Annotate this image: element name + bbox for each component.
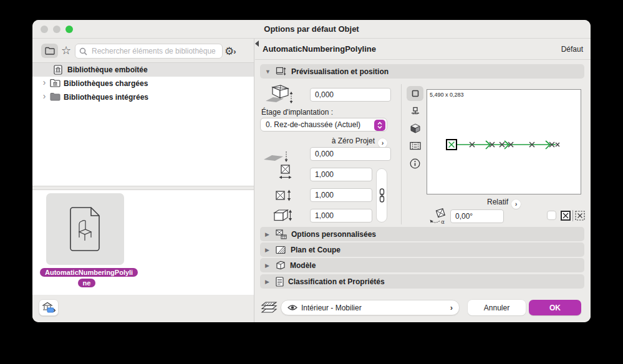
object-thumbnail[interactable] bbox=[46, 193, 124, 265]
height-input[interactable] bbox=[310, 188, 372, 202]
disclosure-closed-icon[interactable]: ▶ bbox=[265, 247, 271, 253]
disclosure-closed-icon[interactable]: ▶ bbox=[265, 279, 271, 285]
tree-item-label: Bibliothèque emboîtée bbox=[67, 65, 148, 74]
offset-input[interactable] bbox=[310, 147, 391, 161]
view-front-button[interactable] bbox=[407, 103, 423, 118]
front-view-icon bbox=[410, 107, 420, 115]
object-name: AutomaticNumberingPolyline bbox=[263, 44, 376, 54]
window-title: Options par défaut Objet bbox=[32, 24, 591, 34]
link-proportions-button[interactable] bbox=[376, 168, 387, 223]
numbering-polyline-preview bbox=[427, 90, 581, 194]
chevron-right-icon: › bbox=[450, 303, 453, 312]
zero-ref-label: à Zéro Projet bbox=[332, 136, 375, 145]
eye-icon bbox=[287, 304, 297, 311]
dialog-window: Options par défaut Objet ☆ ⚙› Bibliothèq… bbox=[32, 20, 591, 322]
section-preview-position[interactable]: ▼ Prévisualisation et position bbox=[260, 64, 584, 79]
search-input[interactable] bbox=[90, 46, 218, 56]
info-icon bbox=[410, 158, 420, 169]
disclosure-open-icon[interactable]: ▼ bbox=[265, 69, 271, 75]
depth-input[interactable] bbox=[310, 209, 372, 223]
anchor-solid-icon[interactable] bbox=[560, 210, 571, 221]
search-icon bbox=[79, 47, 87, 55]
relative-row: Relatif› bbox=[427, 198, 581, 209]
search-field[interactable] bbox=[75, 44, 223, 59]
anchor-dashed-icon[interactable] bbox=[574, 210, 586, 221]
depth-icon bbox=[273, 209, 292, 224]
collapse-sidebar-arrow-icon[interactable] bbox=[255, 41, 259, 47]
custom-settings-icon bbox=[276, 229, 287, 239]
bank-manager-icon bbox=[42, 302, 56, 314]
view-2d-symbol-button[interactable] bbox=[407, 86, 423, 101]
segment-divider bbox=[572, 210, 573, 221]
relative-label: Relatif bbox=[487, 198, 508, 206]
width-icon bbox=[279, 165, 292, 183]
favorites-star-icon[interactable]: ☆ bbox=[61, 43, 71, 58]
tree-item-builtin-libraries[interactable]: › Bibliothèques intégrées bbox=[32, 90, 254, 104]
tree-item-label: Bibliothèques chargées bbox=[64, 79, 148, 88]
layer-value: Intérieur - Mobilier bbox=[301, 304, 362, 312]
width-input[interactable] bbox=[310, 168, 372, 181]
library-manager-button[interactable] bbox=[39, 299, 59, 316]
home-story-value: 0. Rez-de-chaussée (Actuel) bbox=[266, 120, 360, 129]
folder-icon bbox=[45, 47, 55, 55]
folder-view-button[interactable] bbox=[41, 44, 58, 58]
folder-bank-icon bbox=[50, 79, 60, 89]
home-story-dropdown[interactable]: 0. Rez-de-chaussée (Actuel) bbox=[260, 118, 387, 132]
zero-ref-menu-button[interactable]: › bbox=[378, 138, 387, 148]
gsm-document-chair-icon bbox=[67, 206, 104, 253]
document-lines-icon bbox=[276, 277, 284, 287]
section-title: Options personnalisées bbox=[291, 230, 376, 239]
layer-dropdown[interactable]: Intérieur - Mobilier › bbox=[281, 300, 460, 315]
library-sidebar: ☆ ⚙› Bibliothèque emboîtée › Bibliothèqu… bbox=[32, 39, 254, 322]
plan-section-icon bbox=[276, 246, 286, 254]
disclosure-closed-icon[interactable]: ▶ bbox=[265, 262, 271, 269]
section-custom-settings[interactable]: ▶ Options personnalisées bbox=[260, 227, 584, 241]
vertical-divider bbox=[401, 84, 402, 224]
disclosure-closed-icon[interactable]: ▶ bbox=[265, 231, 271, 237]
section-title: Classification et Propriétés bbox=[288, 277, 385, 286]
cube-3d-icon bbox=[410, 123, 420, 133]
object-settings-panel: AutomaticNumberingPolyline Défaut ▼ Prév… bbox=[255, 39, 591, 322]
view-info-button[interactable] bbox=[407, 156, 423, 171]
svg-text:α: α bbox=[441, 219, 445, 224]
chain-link-icon bbox=[379, 188, 385, 203]
film-strip-icon bbox=[410, 141, 421, 150]
sidebar-divider bbox=[32, 186, 254, 190]
document-bank-icon bbox=[54, 65, 62, 77]
view-movie-button[interactable] bbox=[407, 138, 423, 153]
header-divider bbox=[255, 59, 591, 60]
ok-button[interactable]: OK bbox=[529, 300, 581, 315]
relative-menu-button[interactable]: › bbox=[511, 199, 521, 209]
elevation-to-story-icon bbox=[264, 84, 294, 107]
settings-button[interactable]: ⚙› bbox=[225, 44, 246, 59]
section-model[interactable]: ▶ Modèle bbox=[260, 258, 584, 272]
chevron-right-icon: › bbox=[233, 47, 236, 56]
expand-chevron-icon[interactable]: › bbox=[40, 77, 49, 87]
section-classification-properties[interactable]: ▶ Classification et Propriétés bbox=[260, 274, 584, 289]
tree-item-embedded-library[interactable]: Bibliothèque emboîtée bbox=[32, 63, 254, 77]
mirror-checkbox[interactable] bbox=[547, 211, 556, 220]
titlebar: Options par défaut Objet bbox=[32, 20, 591, 39]
elevation-input[interactable] bbox=[310, 88, 391, 102]
section-title: Prévisualisation et position bbox=[291, 67, 389, 76]
offset-to-level-icon bbox=[263, 150, 291, 166]
anchor-point-toggle bbox=[560, 210, 586, 221]
section-title: Plan et Coupe bbox=[291, 246, 340, 254]
rotation-input[interactable] bbox=[450, 209, 504, 223]
height-icon bbox=[276, 189, 292, 204]
tree-item-label: Bibliothèques intégrées bbox=[64, 93, 148, 102]
object-preview-viewport[interactable]: 5,490 x 0,283 bbox=[427, 89, 581, 194]
expand-chevron-icon[interactable]: › bbox=[40, 91, 49, 101]
section-plan-section[interactable]: ▶ Plan et Coupe bbox=[260, 242, 584, 257]
view-3d-button[interactable] bbox=[407, 121, 423, 136]
layers-icon bbox=[261, 301, 278, 316]
cancel-button[interactable]: Annuler bbox=[468, 300, 526, 315]
tree-item-loaded-libraries[interactable]: › Bibliothèques chargées bbox=[32, 77, 254, 90]
gear-icon: ⚙ bbox=[225, 45, 234, 58]
preview-position-icon bbox=[276, 67, 287, 76]
default-label: Défaut bbox=[561, 45, 583, 54]
square-2d-icon bbox=[412, 90, 419, 97]
stepper-icon[interactable] bbox=[374, 120, 385, 131]
preview-dimensions-label: 5,490 x 0,283 bbox=[430, 92, 464, 98]
reference-level-row: à Zéro Projet› bbox=[260, 136, 387, 148]
